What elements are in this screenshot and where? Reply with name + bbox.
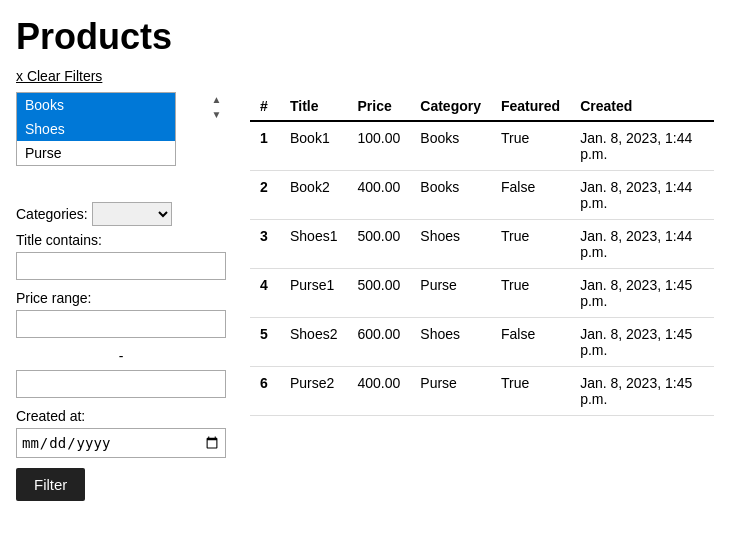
cell-category: Shoes: [410, 220, 491, 269]
cell-category: Books: [410, 121, 491, 171]
cell-title: Shoes2: [280, 318, 347, 367]
price-min-input[interactable]: [16, 310, 226, 338]
table-row: 2 Book2 400.00 Books False Jan. 8, 2023,…: [250, 171, 714, 220]
cell-created: Jan. 8, 2023, 1:44 p.m.: [570, 121, 714, 171]
col-title: Title: [280, 92, 347, 121]
products-table-container: # Title Price Category Featured Created …: [250, 92, 714, 416]
price-range-label: Price range:: [16, 290, 226, 306]
cell-price: 400.00: [347, 171, 410, 220]
title-contains-input[interactable]: [16, 252, 226, 280]
dropdown-item-books[interactable]: Books: [17, 93, 175, 117]
cell-created: Jan. 8, 2023, 1:45 p.m.: [570, 269, 714, 318]
cell-price: 600.00: [347, 318, 410, 367]
cell-category: Books: [410, 171, 491, 220]
categories-label: Categories:: [16, 206, 88, 222]
cell-num: 2: [250, 171, 280, 220]
scroll-down-icon[interactable]: ▼: [210, 107, 224, 122]
cell-featured: True: [491, 121, 570, 171]
cell-featured: True: [491, 269, 570, 318]
created-at-input[interactable]: [16, 428, 226, 458]
cell-num: 4: [250, 269, 280, 318]
cell-created: Jan. 8, 2023, 1:44 p.m.: [570, 171, 714, 220]
cell-title: Shoes1: [280, 220, 347, 269]
cell-category: Shoes: [410, 318, 491, 367]
categories-select[interactable]: [92, 202, 172, 226]
cell-title: Purse2: [280, 367, 347, 416]
cell-featured: False: [491, 171, 570, 220]
col-num: #: [250, 92, 280, 121]
cell-num: 5: [250, 318, 280, 367]
scroll-up-icon[interactable]: ▲: [210, 92, 224, 107]
cell-num: 3: [250, 220, 280, 269]
page-title: Products: [16, 16, 714, 58]
filter-button[interactable]: Filter: [16, 468, 85, 501]
categories-row: Categories:: [16, 202, 226, 226]
cell-price: 400.00: [347, 367, 410, 416]
cell-num: 6: [250, 367, 280, 416]
cell-featured: False: [491, 318, 570, 367]
table-header-row: # Title Price Category Featured Created: [250, 92, 714, 121]
col-category: Category: [410, 92, 491, 121]
main-layout: Books Shoes Purse ▲ ▼ Categories: Title …: [16, 92, 714, 501]
cell-category: Purse: [410, 367, 491, 416]
cell-price: 500.00: [347, 220, 410, 269]
price-range-dash: -: [16, 348, 226, 364]
cell-featured: True: [491, 367, 570, 416]
cell-num: 1: [250, 121, 280, 171]
products-table: # Title Price Category Featured Created …: [250, 92, 714, 416]
cell-title: Book1: [280, 121, 347, 171]
table-row: 6 Purse2 400.00 Purse True Jan. 8, 2023,…: [250, 367, 714, 416]
col-price: Price: [347, 92, 410, 121]
title-contains-label: Title contains:: [16, 232, 226, 248]
cell-featured: True: [491, 220, 570, 269]
cell-created: Jan. 8, 2023, 1:45 p.m.: [570, 318, 714, 367]
cell-title: Purse1: [280, 269, 347, 318]
table-row: 1 Book1 100.00 Books True Jan. 8, 2023, …: [250, 121, 714, 171]
cell-price: 500.00: [347, 269, 410, 318]
cell-category: Purse: [410, 269, 491, 318]
created-at-label: Created at:: [16, 408, 226, 424]
table-row: 5 Shoes2 600.00 Shoes False Jan. 8, 2023…: [250, 318, 714, 367]
sidebar: Books Shoes Purse ▲ ▼ Categories: Title …: [16, 92, 226, 501]
price-max-input[interactable]: [16, 370, 226, 398]
dropdown-item-shoes[interactable]: Shoes: [17, 117, 175, 141]
cell-title: Book2: [280, 171, 347, 220]
dropdown-list: Books Shoes Purse: [16, 92, 176, 166]
cell-created: Jan. 8, 2023, 1:44 p.m.: [570, 220, 714, 269]
table-row: 4 Purse1 500.00 Purse True Jan. 8, 2023,…: [250, 269, 714, 318]
table-body: 1 Book1 100.00 Books True Jan. 8, 2023, …: [250, 121, 714, 416]
cell-created: Jan. 8, 2023, 1:45 p.m.: [570, 367, 714, 416]
dropdown-item-purse[interactable]: Purse: [17, 141, 175, 165]
cell-price: 100.00: [347, 121, 410, 171]
clear-filters-link[interactable]: x Clear Filters: [16, 68, 102, 84]
col-created: Created: [570, 92, 714, 121]
table-header: # Title Price Category Featured Created: [250, 92, 714, 121]
col-featured: Featured: [491, 92, 570, 121]
table-row: 3 Shoes1 500.00 Shoes True Jan. 8, 2023,…: [250, 220, 714, 269]
